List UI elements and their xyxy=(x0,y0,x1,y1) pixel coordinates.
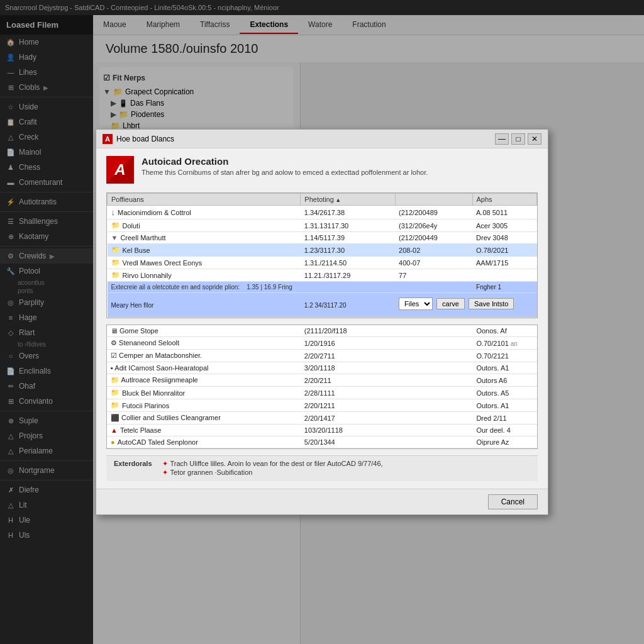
modal-description: Theme this Cornibums of stan afrer bg an… xyxy=(142,169,428,176)
data-table-bottom: 🖥 Gome Stope (2111/20/f118Oonos. Af ⚙ St… xyxy=(106,325,538,449)
modal-dialog: A Hoe boad Dlancs — □ ✕ A Autoicad Oreca… xyxy=(96,129,548,515)
save-lntsto-button[interactable]: Save lntsto xyxy=(469,298,514,309)
row-icon-folder-blue: 📁 Kel Buse xyxy=(111,246,150,254)
table-row[interactable]: ▲ Tetelc Plaase 103/20/1118Our deel. 4 xyxy=(107,425,537,436)
modal-app-icon: A xyxy=(103,134,113,144)
folder-orange-icon: 📁 Futocii Plarinos xyxy=(111,401,169,409)
table-row[interactable]: ▪ Adit ICamost Saon-Hearatopal 3/20/1118… xyxy=(107,362,537,374)
block2-icon: ⬛ Collier and Sutilies Cleangramer xyxy=(111,414,221,422)
col-phetoting[interactable]: Phetoting xyxy=(301,194,395,206)
modal-minimize-button[interactable]: — xyxy=(495,133,509,145)
table-row[interactable]: ↓ Macionimdiom & Cottrol 1.34/2617.38(21… xyxy=(108,206,537,219)
block-icon: ▪ Adit ICamost Saon-Hearatopal xyxy=(111,364,209,372)
table-row-highlighted[interactable]: Extecreie ail a oletcotute en aed soprid… xyxy=(108,282,537,293)
folder-blue-icon: 📁 Bluck Bel Mionralitor xyxy=(111,389,185,397)
table-row[interactable]: 📁 Autlroace Resiignmeaple 2/20/211Outors… xyxy=(107,374,537,387)
modal-header-section: A Autoicad Orecation Theme this Cornibum… xyxy=(106,156,538,184)
table-row[interactable]: ▼ Creell Marthutt 1.14/5117.39(212/20044… xyxy=(108,232,537,244)
modal-title: Hoe boad Dlancs xyxy=(116,135,174,143)
modal-footer: Cancel xyxy=(96,489,548,514)
modal-overlay: A Hoe boad Dlancs — □ ✕ A Autoicad Oreca… xyxy=(0,0,644,644)
status-item-1: ✦ Trach Uliffce lilles. Aroin lo vean fo… xyxy=(162,460,383,468)
modal-titlebar: A Hoe boad Dlancs — □ ✕ xyxy=(96,130,548,148)
row-icon-triangle: ▼ Creell Marthutt xyxy=(111,234,166,242)
table-row[interactable]: 📁 Rirvo Llonnahily 11.21./3117.2977 xyxy=(108,269,537,282)
toolbar-row: Files carve Save lntsto xyxy=(399,295,533,313)
modal-titlebar-controls: — □ ✕ xyxy=(495,133,541,145)
table-row-highlighted2[interactable]: Meary Hen fllor 1.2 34/3117.20 Files car… xyxy=(108,293,537,318)
row-icon-arrowdown: ↓ Macionimdiom & Cottrol xyxy=(111,208,191,217)
row-icon-folder-white: 📁 Vredl Mawes Orect Eonys xyxy=(111,258,203,267)
data-table-bottom-table: 🖥 Gome Stope (2111/20/f118Oonos. Af ⚙ St… xyxy=(107,325,537,448)
files-select[interactable]: Files xyxy=(399,297,433,310)
autocad-logo: A xyxy=(106,156,134,184)
table-row[interactable]: 🖥 Gome Stope (2111/20/f118Oonos. Af xyxy=(107,325,537,337)
table-row[interactable]: ⬛ Collier and Sutilies Cleangramer 2/20/… xyxy=(107,412,537,425)
table-row[interactable]: ● AutoCAD Taled Senplonor 5/20/1344Oipru… xyxy=(107,436,537,448)
folder-icon: 📁 Autlroace Resiignmeaple xyxy=(111,376,198,384)
modal-titlebar-left: A Hoe boad Dlancs xyxy=(103,134,174,144)
modal-header-text: Autoicad Orecation Theme this Cornibums … xyxy=(142,156,428,176)
table-row[interactable]: 📁 Bluck Bel Mionralitor 2/28/1111Outors.… xyxy=(107,387,537,399)
status-label: Exterdorals xyxy=(114,460,152,467)
modal-heading: Autoicad Orecation xyxy=(142,156,428,167)
row-icon-folder: 📁 Doluti xyxy=(111,221,140,230)
row-icon-folder-white2: 📁 Rirvo Llonnahily xyxy=(111,271,172,279)
status-line-2: Tetor grannen ·Subification xyxy=(170,469,253,476)
table-row[interactable]: 📁 Doluti 1.31.13117.30(312/206e4yAcer 30… xyxy=(108,219,537,232)
status-items: ✦ Trach Uliffce lilles. Aroin lo vean fo… xyxy=(162,460,383,477)
triangle-red-icon: ▲ Tetelc Plaase xyxy=(111,426,161,434)
modal-maximize-button[interactable]: □ xyxy=(511,133,525,145)
modal-body: A Autoicad Orecation Theme this Cornibum… xyxy=(96,148,548,489)
gear-icon: ⚙ Stenaneond Seloolt xyxy=(111,339,179,347)
status-item-2: ✦ Tetor grannen ·Subification xyxy=(162,469,383,477)
carve-button[interactable]: carve xyxy=(436,298,465,309)
data-table-top-table: Poffieuans Phetoting Aphs ↓ Macionimdiom… xyxy=(107,193,537,318)
table-row[interactable]: ⚙ Stenaneond Seloolt 1/20/1916O.70/2101 … xyxy=(107,337,537,350)
monitor-icon: 🖥 Gome Stope xyxy=(111,327,158,335)
col-val[interactable] xyxy=(395,194,472,206)
status-line-1: Trach Uliffce lilles. Aroin lo vean for … xyxy=(170,460,383,467)
table-row[interactable]: 📁 Vredl Mawes Orect Eonys 1.31./2114.504… xyxy=(108,257,537,269)
modal-close-button[interactable]: ✕ xyxy=(528,133,541,145)
circle-gold-icon: ● AutoCAD Taled Senplonor xyxy=(111,438,198,446)
table-row-selected[interactable]: 📁 Kel Buse 1.23/3117.30208-02O.78/2021 xyxy=(108,244,537,257)
bullet-icon: ✦ xyxy=(162,460,168,468)
status-bar: Exterdorals ✦ Trach Uliffce lilles. Aroi… xyxy=(106,455,538,481)
cancel-button[interactable]: Cancel xyxy=(488,494,538,509)
table-row[interactable]: ☑ Cemper an Matacbonshier. 2/20/2711O.70… xyxy=(107,350,537,362)
checkbox-icon: ☑ Cemper an Matacbonshier. xyxy=(111,352,202,360)
col-aphs[interactable]: Aphs xyxy=(472,194,536,206)
table-row[interactable]: 📁 Futocii Plarinos 2/20/1211Outors. A1 xyxy=(107,399,537,412)
col-poffieuans[interactable]: Poffieuans xyxy=(108,194,301,206)
data-table-top: Poffieuans Phetoting Aphs ↓ Macionimdiom… xyxy=(106,192,538,318)
bullet-icon2: ✦ xyxy=(162,469,168,477)
